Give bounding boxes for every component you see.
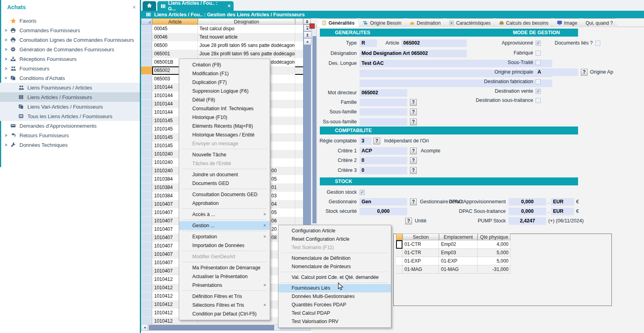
gestion-stock-checkbox[interactable] bbox=[360, 190, 365, 195]
famille-help-button[interactable]: ? bbox=[410, 99, 417, 106]
gestionnaire-field[interactable]: Gen bbox=[360, 198, 407, 206]
row-selector[interactable] bbox=[141, 25, 152, 33]
row-selector[interactable] bbox=[141, 275, 152, 284]
menu-item-cr-ation-f9[interactable]: Création (F9) bbox=[179, 60, 270, 69]
row-selector[interactable] bbox=[141, 183, 152, 192]
menu-item-approbation[interactable]: Approbation bbox=[179, 199, 270, 208]
page-up-button[interactable] bbox=[304, 31, 311, 38]
menu-item-fournisseurs-li-s[interactable]: Fournisseurs Liés bbox=[278, 284, 391, 292]
tab-qui-quand[interactable]: Qui, quand ? bbox=[580, 18, 618, 27]
menu-item-reset-configuration-article[interactable]: Reset Configuration Article bbox=[278, 235, 391, 243]
dpac-st-field[interactable]: 0,000 bbox=[509, 208, 546, 215]
ss-sous-famille-field[interactable] bbox=[360, 118, 407, 126]
mot-directeur-field[interactable]: 065002 bbox=[360, 89, 407, 97]
sidebar-item-commandes-fournisseurs[interactable]: >Commandes Fournisseurs bbox=[0, 25, 140, 35]
designation-field[interactable]: Mod Designation Art 065002 bbox=[360, 50, 467, 57]
menu-item-historique-f10[interactable]: Historique (F10) bbox=[179, 113, 270, 122]
row-selector[interactable] bbox=[141, 175, 152, 183]
menu-item-ma-pr-sentation-de-d-marrage[interactable]: Ma Présentation de Démarrage bbox=[179, 263, 270, 272]
dpac-appro-field[interactable]: 0,000 bbox=[509, 198, 546, 206]
menu-item-d-tail-f8[interactable]: Détail (F8) bbox=[179, 95, 270, 104]
menu-item-suppression-logique-f6[interactable]: Suppression Logique (F6) bbox=[179, 87, 270, 95]
sidebar-item-favoris[interactable]: Favoris bbox=[0, 16, 140, 25]
row-selector[interactable] bbox=[141, 41, 152, 50]
critere1-field[interactable]: ACP bbox=[360, 147, 407, 155]
sous-famille-help-button[interactable]: ? bbox=[410, 109, 417, 115]
row-selector[interactable] bbox=[141, 259, 152, 267]
stock-row-key[interactable] bbox=[396, 265, 402, 274]
tab-g-n-ralit-s[interactable]: Généralités bbox=[317, 18, 360, 27]
active-document-tab[interactable]: Liens Articles / Fou.. : G... × bbox=[157, 1, 234, 11]
table-row[interactable]: 06500Joue 28 profil talon 95 sans patte … bbox=[141, 41, 311, 50]
table-row[interactable]: 00046Test nouvel article bbox=[141, 33, 311, 41]
sidebar-item-retours-fournisseurs[interactable]: >Retours Fournisseurs bbox=[0, 130, 140, 140]
sidebar-item-liens-fournisseurs-articles[interactable]: Liens Fournisseurs / Articles bbox=[0, 83, 140, 92]
stock-securite-field[interactable]: 0,000 bbox=[360, 208, 407, 215]
column-header-article[interactable]: Article bbox=[152, 18, 198, 25]
sidebar-item-r-ceptions-fournisseurs[interactable]: >Réceptions Fournisseurs bbox=[0, 54, 140, 64]
tab-caract-ristiques[interactable]: Caractéristiques bbox=[444, 18, 496, 27]
row-selector[interactable] bbox=[141, 142, 152, 150]
regle-comptable-field[interactable]: 3 bbox=[360, 137, 371, 145]
stock-col-section[interactable]: Section bbox=[402, 234, 439, 240]
article-field[interactable]: 065002 bbox=[401, 39, 467, 47]
row-selector[interactable] bbox=[141, 58, 152, 66]
sidebar-item-demandes-d-approvisionnements[interactable]: Demandes d'Approvisionnements bbox=[0, 121, 140, 130]
sidebar-item-consultation-lignes-de-commandes-fournisseurs[interactable]: >Consultation Lignes de Commandes Fourni… bbox=[0, 35, 140, 45]
chevron-right-icon[interactable]: > bbox=[3, 28, 9, 33]
menu-item-nomenclature-de-pointeurs[interactable]: Nomenclature de Pointeurs bbox=[278, 263, 391, 271]
menu-item-d-finition-filtres-et-tris[interactable]: Définition Filtres et Tris bbox=[179, 292, 270, 301]
home-tab[interactable] bbox=[143, 1, 156, 11]
regle-comptable-help-button[interactable]: ? bbox=[373, 138, 380, 144]
tab-close-icon[interactable]: × bbox=[228, 3, 230, 9]
menu-item-pr-sentations[interactable]: Présentations> bbox=[179, 281, 270, 290]
documents-lies-checkbox[interactable] bbox=[595, 41, 600, 46]
line-up-button[interactable] bbox=[304, 38, 311, 45]
menu-item-joindre-un-document[interactable]: Joindre un document bbox=[179, 170, 270, 179]
tab-destination[interactable]: Destination bbox=[404, 18, 446, 27]
menu-item-test-valorisation-prv[interactable]: Test Valorisation PRV bbox=[278, 317, 391, 326]
menu-item-el-ments-r-cents-maj-f8[interactable]: Eléments Récents (Maj+F8) bbox=[179, 122, 270, 130]
origine-principale-field[interactable]: A bbox=[536, 68, 578, 76]
critere2-help-button[interactable]: ? bbox=[410, 157, 417, 164]
column-header-designation[interactable]: Désignation bbox=[198, 18, 295, 25]
table-row[interactable]: 00045Test calcul dispo bbox=[141, 25, 311, 33]
critere2-field[interactable]: 0 bbox=[360, 157, 407, 164]
row-selector[interactable] bbox=[141, 75, 152, 83]
row-selector[interactable] bbox=[141, 92, 152, 100]
row-selector[interactable] bbox=[141, 217, 152, 225]
menu-item-actualiser-la-pr-sentation[interactable]: Actualiser la Présentation bbox=[179, 272, 270, 281]
row-selector[interactable] bbox=[141, 309, 152, 317]
menu-item-historique-messages-entit[interactable]: Historique Messages / Entité bbox=[179, 130, 270, 139]
sidebar-item-liens-articles-fournisseurs[interactable]: Liens Articles / Fournisseurs bbox=[0, 92, 140, 102]
origine-principale-help-button[interactable]: ? bbox=[581, 69, 588, 76]
sidebar-item-fournisseurs[interactable]: >Fournisseurs bbox=[0, 64, 140, 73]
menu-item-condition-par-d-faut-ctrl-f5[interactable]: Condition par Défaut (Ctrl-F5) bbox=[179, 310, 270, 318]
tab-origine-besoin[interactable]: Origine Besoin bbox=[358, 18, 406, 27]
row-selector[interactable] bbox=[141, 242, 152, 250]
destination-vente-checkbox[interactable] bbox=[536, 89, 541, 94]
row-selector[interactable] bbox=[141, 292, 152, 300]
menu-item-importation-de-donn-es[interactable]: Importation de Données bbox=[179, 241, 270, 250]
menu-item-test-calcul-pdap[interactable]: Test Calcul PDAP bbox=[278, 309, 391, 317]
chevron-right-icon[interactable]: > bbox=[3, 142, 9, 147]
row-selector[interactable] bbox=[141, 200, 152, 208]
chevron-right-icon[interactable]: > bbox=[3, 133, 9, 138]
stock-row-key[interactable] bbox=[396, 240, 402, 249]
tab-calculs-des-besoins[interactable]: Calculs des besoins bbox=[494, 18, 554, 27]
chevron-right-icon[interactable]: > bbox=[3, 47, 9, 52]
menu-item-val-calcul-point-cde-et-qt-demand-e[interactable]: Val. Calcul point Cde. et Qté. demandée bbox=[278, 273, 391, 282]
menu-item-configuration-article[interactable]: Configuration Article bbox=[278, 227, 391, 235]
stock-row-key[interactable] bbox=[396, 257, 402, 265]
destination-sous-traitance-checkbox[interactable] bbox=[536, 98, 541, 103]
select-all-corner[interactable] bbox=[141, 18, 152, 25]
type-field[interactable]: R bbox=[360, 39, 377, 47]
sous-famille-field[interactable] bbox=[360, 108, 407, 116]
pump-stock-field[interactable]: 2,4247 bbox=[509, 217, 546, 225]
row-selector[interactable] bbox=[141, 33, 152, 41]
gestionnaire-help-button[interactable]: ? bbox=[410, 199, 417, 205]
row-selector[interactable] bbox=[141, 50, 152, 58]
row-selector[interactable] bbox=[141, 225, 152, 234]
sidebar-item-conditions-d-achats[interactable]: >Conditions d'Achats bbox=[0, 73, 140, 83]
row-selector[interactable] bbox=[141, 125, 152, 133]
